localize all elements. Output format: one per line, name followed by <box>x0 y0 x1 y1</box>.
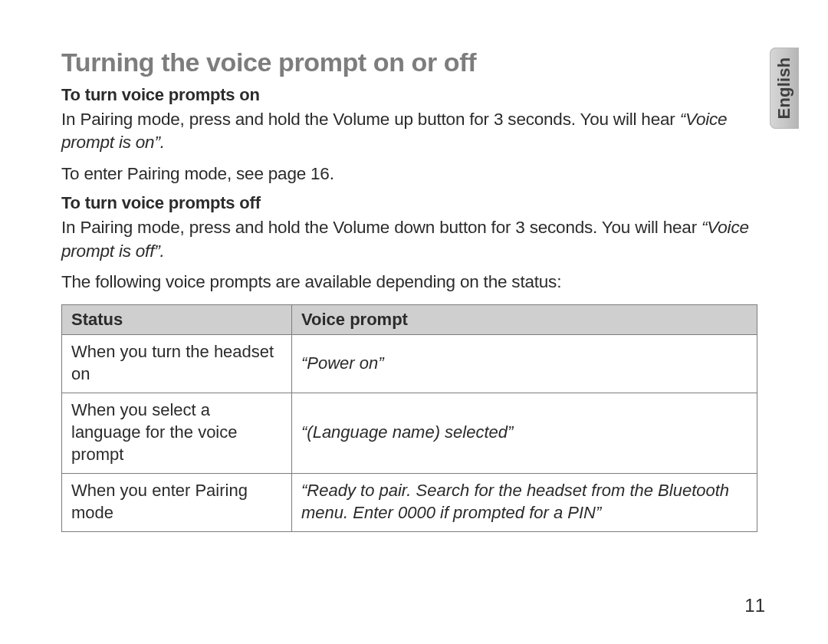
table-cell-prompt: “Ready to pair. Search for the headset f… <box>292 474 757 532</box>
paragraph-on-2: To enter Pairing mode, see page 16. <box>61 163 767 186</box>
table-cell-prompt: “(Language name) selected” <box>292 393 757 474</box>
page-title: Turning the voice prompt on or off <box>61 48 767 77</box>
table-cell-status: When you turn the headset on <box>62 335 292 393</box>
manual-page: English Turning the voice prompt on or o… <box>0 0 828 644</box>
page-content: Turning the voice prompt on or off To tu… <box>61 48 767 532</box>
text-on-1: In Pairing mode, press and hold the Volu… <box>61 110 680 129</box>
subheading-on: To turn voice prompts on <box>61 85 767 105</box>
table-header-status: Status <box>62 305 292 335</box>
table-cell-status: When you enter Pairing mode <box>62 474 292 532</box>
table-header-prompt: Voice prompt <box>292 305 757 335</box>
subheading-off: To turn voice prompts off <box>61 193 767 213</box>
paragraph-on-1: In Pairing mode, press and hold the Volu… <box>61 108 767 155</box>
table-row: When you enter Pairing mode “Ready to pa… <box>62 474 757 532</box>
table-row: When you select a language for the voice… <box>62 393 757 474</box>
table-cell-prompt: “Power on” <box>292 335 757 393</box>
table-row: When you turn the headset on “Power on” <box>62 335 757 393</box>
page-number: 11 <box>744 595 765 616</box>
table-cell-status: When you select a language for the voice… <box>62 393 292 474</box>
paragraph-off-2: The following voice prompts are availabl… <box>61 271 767 294</box>
language-tab: English <box>770 48 799 129</box>
paragraph-off-1: In Pairing mode, press and hold the Volu… <box>61 216 767 263</box>
table-header-row: Status Voice prompt <box>62 305 757 335</box>
text-off-1: In Pairing mode, press and hold the Volu… <box>61 218 702 237</box>
language-tab-label: English <box>774 58 794 120</box>
voice-prompt-table: Status Voice prompt When you turn the he… <box>61 304 757 532</box>
